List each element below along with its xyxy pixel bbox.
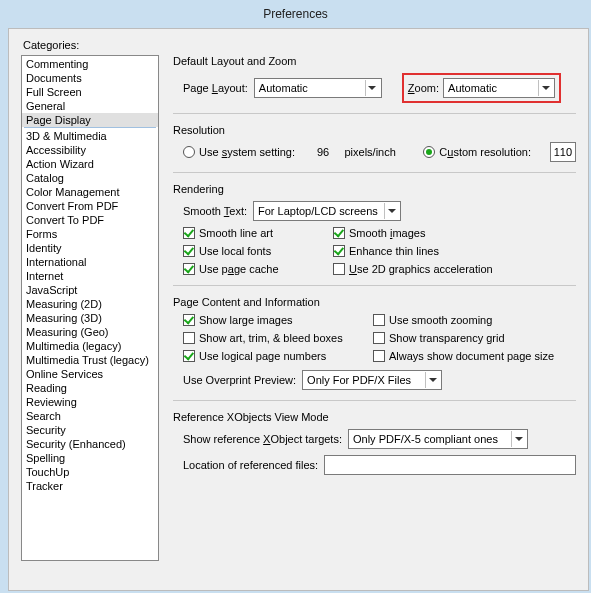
dpi-unit: pixels/inch	[344, 146, 395, 158]
category-item[interactable]: Documents	[22, 71, 158, 85]
category-item[interactable]: International	[22, 255, 158, 269]
use-smooth-zooming-checkbox[interactable]: Use smooth zooming	[373, 314, 576, 326]
group-page-content: Page Content and Information Show large …	[173, 296, 576, 390]
smooth-images-label: Smooth images	[349, 227, 425, 239]
group-xobjects: Reference XObjects View Mode Show refere…	[173, 411, 576, 475]
client-area: Categories: CommentingDocumentsFull Scre…	[8, 28, 589, 591]
system-dpi-value: 96	[317, 146, 329, 158]
zoom-label: Zoom:	[408, 82, 439, 94]
page-layout-label: Page Layout:	[183, 82, 248, 94]
use-smooth-zooming-label: Use smooth zooming	[389, 314, 492, 326]
window-title: Preferences	[0, 0, 591, 28]
always-show-doc-size-label: Always show document page size	[389, 350, 554, 362]
category-item[interactable]: Full Screen	[22, 85, 158, 99]
category-item[interactable]: Convert To PDF	[22, 213, 158, 227]
chevron-down-icon	[538, 80, 552, 96]
categories-label: Categories:	[23, 39, 576, 51]
group-title-resolution: Resolution	[173, 124, 576, 136]
use-system-setting-radio[interactable]: Use system setting:	[183, 146, 295, 158]
smooth-text-label: Smooth Text:	[183, 205, 247, 217]
show-large-images-checkbox[interactable]: Show large images	[183, 314, 373, 326]
smooth-images-checkbox[interactable]: Smooth images	[333, 227, 576, 239]
category-item[interactable]: Color Management	[22, 185, 158, 199]
category-item[interactable]: Measuring (Geo)	[22, 325, 158, 339]
custom-resolution-label: Custom resolution:	[439, 146, 531, 158]
show-transparency-grid-checkbox[interactable]: Show transparency grid	[373, 332, 576, 344]
category-item[interactable]: Forms	[22, 227, 158, 241]
group-title-xobjects: Reference XObjects View Mode	[173, 411, 576, 423]
page-layout-value: Automatic	[259, 82, 308, 94]
chevron-down-icon	[365, 80, 379, 96]
category-item[interactable]: General	[22, 99, 158, 113]
always-show-doc-size-checkbox[interactable]: Always show document page size	[373, 350, 576, 362]
category-item[interactable]: Commenting	[22, 57, 158, 71]
use-page-cache-checkbox[interactable]: Use page cache	[183, 263, 333, 275]
category-item[interactable]: Search	[22, 409, 158, 423]
xobject-targets-value: Only PDF/X-5 compliant ones	[353, 433, 498, 445]
smooth-text-combo[interactable]: For Laptop/LCD screens	[253, 201, 401, 221]
category-item[interactable]: Security	[22, 423, 158, 437]
categories-list[interactable]: CommentingDocumentsFull ScreenGeneralPag…	[21, 55, 159, 561]
custom-resolution-input[interactable]: 110	[550, 142, 576, 162]
overprint-preview-label: Use Overprint Preview:	[183, 374, 296, 386]
category-item[interactable]: Multimedia (legacy)	[22, 339, 158, 353]
category-item[interactable]: Multimedia Trust (legacy)	[22, 353, 158, 367]
category-item[interactable]: Convert From PDF	[22, 199, 158, 213]
use-logical-page-numbers-checkbox[interactable]: Use logical page numbers	[183, 350, 373, 362]
group-title-layout: Default Layout and Zoom	[173, 55, 576, 67]
show-art-trim-bleed-label: Show art, trim, & bleed boxes	[199, 332, 343, 344]
xobject-targets-label: Show reference XObject targets:	[183, 433, 342, 445]
enhance-thin-lines-checkbox[interactable]: Enhance thin lines	[333, 245, 576, 257]
category-item[interactable]: Reviewing	[22, 395, 158, 409]
category-item[interactable]: Measuring (2D)	[22, 297, 158, 311]
xobject-targets-combo[interactable]: Only PDF/X-5 compliant ones	[348, 429, 528, 449]
category-item[interactable]: JavaScript	[22, 283, 158, 297]
zoom-value: Automatic	[448, 82, 497, 94]
use-2d-accel-checkbox[interactable]: Use 2D graphics acceleration	[333, 263, 576, 275]
category-item[interactable]: Catalog	[22, 171, 158, 185]
group-layout-zoom: Default Layout and Zoom Page Layout: Aut…	[173, 55, 576, 103]
smooth-line-art-checkbox[interactable]: Smooth line art	[183, 227, 333, 239]
category-item[interactable]: 3D & Multimedia	[22, 129, 158, 143]
settings-panel: Default Layout and Zoom Page Layout: Aut…	[173, 55, 576, 561]
overprint-preview-combo[interactable]: Only For PDF/X Files	[302, 370, 442, 390]
category-item[interactable]: TouchUp	[22, 465, 158, 479]
category-item[interactable]: Reading	[22, 381, 158, 395]
zoom-combo[interactable]: Automatic	[443, 78, 555, 98]
custom-resolution-radio[interactable]: Custom resolution:	[423, 146, 531, 158]
category-item[interactable]: Accessibility	[22, 143, 158, 157]
use-system-setting-label: Use system setting:	[199, 146, 295, 158]
page-layout-combo[interactable]: Automatic	[254, 78, 382, 98]
zoom-highlight: Zoom: Automatic	[402, 73, 561, 103]
smooth-text-value: For Laptop/LCD screens	[258, 205, 378, 217]
category-item[interactable]: Spelling	[22, 451, 158, 465]
group-rendering: Rendering Smooth Text: For Laptop/LCD sc…	[173, 183, 576, 275]
category-item[interactable]: Internet	[22, 269, 158, 283]
group-title-content: Page Content and Information	[173, 296, 576, 308]
referenced-files-location-label: Location of referenced files:	[183, 459, 318, 471]
category-item[interactable]: Online Services	[22, 367, 158, 381]
use-logical-page-numbers-label: Use logical page numbers	[199, 350, 326, 362]
enhance-thin-lines-label: Enhance thin lines	[349, 245, 439, 257]
chevron-down-icon	[425, 372, 439, 388]
category-item[interactable]: Security (Enhanced)	[22, 437, 158, 451]
chevron-down-icon	[511, 431, 525, 447]
use-local-fonts-checkbox[interactable]: Use local fonts	[183, 245, 333, 257]
smooth-line-art-label: Smooth line art	[199, 227, 273, 239]
category-item[interactable]: Page Display	[22, 113, 158, 127]
category-item[interactable]: Measuring (3D)	[22, 311, 158, 325]
chevron-down-icon	[384, 203, 398, 219]
use-page-cache-label: Use page cache	[199, 263, 279, 275]
referenced-files-location-input[interactable]	[324, 455, 576, 475]
category-item[interactable]: Identity	[22, 241, 158, 255]
show-transparency-grid-label: Show transparency grid	[389, 332, 505, 344]
group-title-rendering: Rendering	[173, 183, 576, 195]
use-local-fonts-label: Use local fonts	[199, 245, 271, 257]
category-item[interactable]: Action Wizard	[22, 157, 158, 171]
show-art-trim-bleed-checkbox[interactable]: Show art, trim, & bleed boxes	[183, 332, 373, 344]
use-2d-accel-label: Use 2D graphics acceleration	[349, 263, 493, 275]
show-large-images-label: Show large images	[199, 314, 293, 326]
category-item[interactable]: Tracker	[22, 479, 158, 493]
preferences-window: Preferences Categories: CommentingDocume…	[0, 0, 591, 593]
group-resolution: Resolution Use system setting: 96 pixels…	[173, 124, 576, 162]
